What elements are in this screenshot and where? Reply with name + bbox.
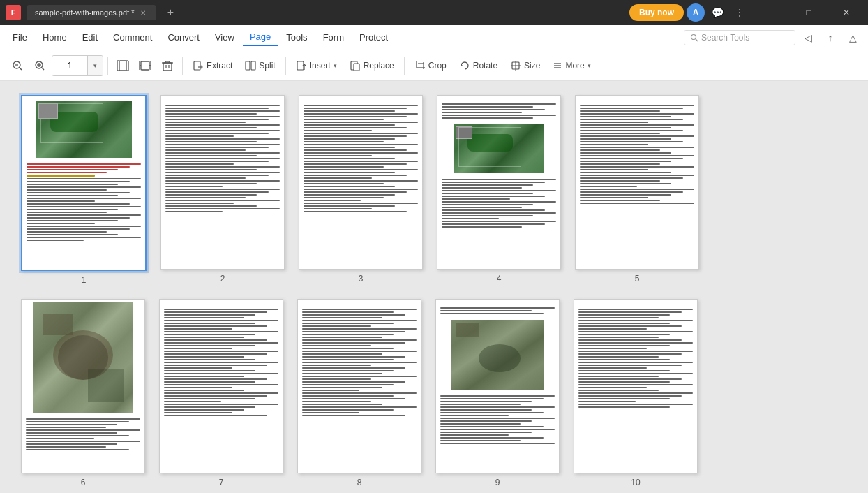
page-frame-9[interactable]: [435, 299, 560, 473]
more-options-icon[interactable]: ⋮: [730, 3, 749, 22]
upload-icon[interactable]: ↑: [821, 28, 840, 47]
page-text-4b: [437, 175, 560, 231]
page-content-1: [22, 96, 145, 270]
menu-item-convert[interactable]: Convert: [160, 29, 207, 45]
insert-icon: [296, 60, 307, 71]
menu-bar-right: Search Tools ◁ ↑ △: [684, 28, 862, 47]
new-tab-button[interactable]: +: [162, 4, 179, 21]
insert-button[interactable]: Insert ▾: [290, 54, 343, 77]
page-content-3: [299, 96, 422, 269]
page-image-1: [36, 101, 132, 158]
page-content-9: [436, 300, 559, 473]
menu-item-view[interactable]: View: [208, 29, 241, 45]
page-content-2: [161, 96, 284, 269]
fit-page-button[interactable]: [112, 54, 133, 77]
page-frame-1[interactable]: [21, 95, 147, 271]
page-frame-8[interactable]: [297, 299, 421, 473]
rotate-button[interactable]: Rotate: [454, 54, 503, 77]
more-icon: [553, 61, 562, 71]
title-bar: F sample-pdf-with-images.pdf * ✕ + Buy n…: [0, 0, 868, 25]
page-content-7: [160, 300, 283, 473]
page-thumb-4[interactable]: 4: [437, 95, 561, 285]
more-button[interactable]: More ▾: [547, 54, 596, 77]
menu-item-page[interactable]: Page: [243, 29, 278, 46]
page-text-3: [299, 101, 422, 216]
size-button[interactable]: Size: [504, 54, 546, 77]
page-number-input[interactable]: ▾: [52, 55, 103, 76]
page-frame-3[interactable]: [299, 95, 423, 270]
menu-item-form[interactable]: Form: [316, 29, 351, 45]
more-dropdown-arrow[interactable]: ▾: [588, 62, 591, 69]
size-icon: [510, 60, 521, 71]
chat-icon[interactable]: 💬: [708, 3, 727, 22]
page-number-5: 5: [635, 274, 640, 284]
tab-title: sample-pdf-with-images.pdf *: [35, 8, 134, 17]
page-number-10: 10: [631, 478, 640, 487]
document-tab[interactable]: sample-pdf-with-images.pdf * ✕: [27, 5, 156, 20]
crop-icon: [414, 60, 426, 71]
page-thumb-9[interactable]: 9: [435, 299, 560, 487]
pages-panel: 1: [0, 81, 868, 493]
menu-item-edit[interactable]: Edit: [75, 29, 105, 45]
maximize-button[interactable]: □: [793, 0, 825, 25]
title-bar-actions: Buy now A 💬 ⋮: [629, 3, 749, 22]
close-button[interactable]: ✕: [830, 0, 862, 25]
fit-width-button[interactable]: [135, 54, 156, 77]
tab-close-button[interactable]: ✕: [138, 8, 148, 17]
replace-button[interactable]: Replace: [344, 54, 400, 77]
fit-width-icon: [139, 59, 151, 72]
page-number-field[interactable]: [52, 56, 87, 75]
split-button[interactable]: Split: [239, 54, 280, 77]
page-text-7: [160, 305, 283, 420]
minimize-button[interactable]: ─: [755, 0, 787, 25]
page-content-8: [298, 300, 421, 473]
page-number-1: 1: [82, 275, 87, 285]
crop-button[interactable]: Crop: [409, 54, 452, 77]
menu-item-home[interactable]: Home: [36, 29, 74, 45]
app-logo: F: [6, 5, 21, 20]
buy-now-button[interactable]: Buy now: [629, 4, 684, 21]
insert-dropdown-arrow[interactable]: ▾: [334, 62, 337, 69]
delete-icon: [161, 59, 174, 72]
svg-rect-16: [141, 61, 149, 70]
menu-item-protect[interactable]: Protect: [352, 29, 395, 45]
toolbar: ▾: [0, 50, 868, 81]
page-thumb-8[interactable]: 8: [297, 299, 421, 487]
collapse-panel-icon[interactable]: △: [843, 28, 862, 47]
split-icon: [245, 60, 256, 71]
page-thumb-5[interactable]: 5: [575, 95, 699, 285]
page-thumb-10[interactable]: 10: [574, 299, 698, 487]
svg-point-0: [691, 34, 696, 39]
page-number-4: 4: [497, 274, 502, 284]
page-thumb-7[interactable]: 7: [159, 299, 283, 487]
page-number-2: 2: [220, 274, 225, 284]
avatar[interactable]: A: [687, 3, 705, 22]
page-thumb-2[interactable]: 2: [160, 95, 285, 285]
page-text-10: [574, 305, 697, 411]
page-text-9a: [436, 304, 559, 318]
zoom-out-button[interactable]: [7, 54, 28, 77]
page-dropdown-arrow[interactable]: ▾: [87, 56, 103, 75]
page-frame-6[interactable]: [21, 299, 145, 473]
svg-line-4: [20, 68, 22, 70]
extract-button[interactable]: Extract: [187, 54, 238, 77]
svg-rect-31: [251, 61, 255, 70]
zoom-in-button[interactable]: [29, 54, 50, 77]
page-text-2: [161, 101, 284, 216]
page-content-10: [574, 300, 697, 473]
page-frame-2[interactable]: [160, 95, 285, 270]
separator-4: [404, 57, 405, 75]
page-frame-10[interactable]: [574, 299, 698, 473]
back-nav-icon[interactable]: ◁: [798, 28, 818, 47]
search-tools-input[interactable]: Search Tools: [684, 30, 795, 45]
page-frame-4[interactable]: [437, 95, 561, 270]
page-thumb-3[interactable]: 3: [299, 95, 423, 285]
menu-item-tools[interactable]: Tools: [279, 29, 314, 45]
delete-page-button[interactable]: [157, 54, 178, 77]
page-frame-7[interactable]: [159, 299, 283, 473]
page-thumb-6[interactable]: 6: [21, 299, 145, 487]
page-frame-5[interactable]: [575, 95, 699, 270]
menu-item-comment[interactable]: Comment: [106, 29, 159, 45]
page-thumb-1[interactable]: 1: [21, 95, 147, 285]
menu-file[interactable]: File: [6, 29, 34, 45]
